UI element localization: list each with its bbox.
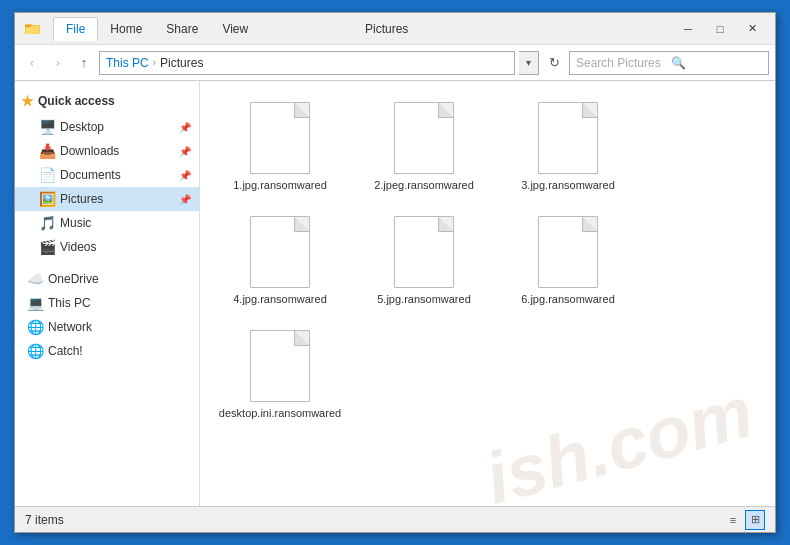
pin-icon-pictures: 📌 <box>179 194 191 205</box>
sidebar-item-videos[interactable]: 🎬 Videos <box>15 235 199 259</box>
minimize-button[interactable]: ─ <box>673 19 703 39</box>
sidebar-label-videos: Videos <box>60 240 96 254</box>
main-area: ★ Quick access 🖥️ Desktop 📌 📥 Downloads … <box>15 81 775 506</box>
file-page <box>394 216 454 288</box>
file-page <box>250 216 310 288</box>
search-icon: 🔍 <box>671 56 762 70</box>
close-button[interactable]: ✕ <box>737 19 767 39</box>
file-name: 6.jpg.ransomwared <box>521 292 615 306</box>
sidebar-label-thispc: This PC <box>48 296 91 310</box>
svg-rect-3 <box>25 25 31 27</box>
status-count: 7 items <box>25 513 723 527</box>
sidebar-item-desktop[interactable]: 🖥️ Desktop 📌 <box>15 115 199 139</box>
list-item[interactable]: 6.jpg.ransomwared <box>498 205 638 315</box>
file-page <box>250 102 310 174</box>
catch-icon: 🌐 <box>27 343 43 359</box>
pin-icon-desktop: 📌 <box>179 122 191 133</box>
file-page <box>250 330 310 402</box>
explorer-window: File Home Share View Pictures ─ □ ✕ ‹ › … <box>14 12 776 533</box>
tab-share[interactable]: Share <box>154 18 210 40</box>
sidebar-item-catch[interactable]: 🌐 Catch! <box>15 339 199 363</box>
back-button[interactable]: ‹ <box>21 52 43 74</box>
sidebar-label-downloads: Downloads <box>60 144 119 158</box>
file-page <box>394 102 454 174</box>
up-button[interactable]: ↑ <box>73 52 95 74</box>
file-name: 3.jpg.ransomwared <box>521 178 615 192</box>
quick-access-header[interactable]: ★ Quick access <box>15 87 199 115</box>
pin-icon-documents: 📌 <box>179 170 191 181</box>
file-icon <box>244 98 316 178</box>
file-name: 2.jpeg.ransomwared <box>374 178 474 192</box>
watermark: ish.com <box>477 370 761 506</box>
downloads-icon: 📥 <box>39 143 55 159</box>
sidebar-item-thispc[interactable]: 💻 This PC <box>15 291 199 315</box>
onedrive-icon: ☁️ <box>27 271 43 287</box>
file-name: 5.jpg.ransomwared <box>377 292 471 306</box>
path-part-thispc: This PC <box>106 56 149 70</box>
status-bar: 7 items ≡ ⊞ <box>15 506 775 532</box>
title-bar: File Home Share View Pictures ─ □ ✕ <box>15 13 775 45</box>
view-list-button[interactable]: ≡ <box>723 510 743 530</box>
file-name: 4.jpg.ransomwared <box>233 292 327 306</box>
star-icon: ★ <box>21 93 34 109</box>
sidebar-label-onedrive: OneDrive <box>48 272 99 286</box>
window-controls: ─ □ ✕ <box>673 19 767 39</box>
file-name: 1.jpg.ransomwared <box>233 178 327 192</box>
music-icon: 🎵 <box>39 215 55 231</box>
path-part-pictures: Pictures <box>160 56 203 70</box>
address-path[interactable]: This PC › Pictures <box>99 51 515 75</box>
title-bar-icon <box>23 19 43 39</box>
view-buttons: ≡ ⊞ <box>723 510 765 530</box>
file-icon <box>244 326 316 406</box>
pin-icon-downloads: 📌 <box>179 146 191 157</box>
sidebar-item-documents[interactable]: 📄 Documents 📌 <box>15 163 199 187</box>
list-item[interactable]: 2.jpeg.ransomwared <box>354 91 494 201</box>
sidebar-item-network[interactable]: 🌐 Network <box>15 315 199 339</box>
address-bar: ‹ › ↑ This PC › Pictures ▾ ↻ Search Pict… <box>15 45 775 81</box>
tab-home[interactable]: Home <box>98 18 154 40</box>
file-page <box>538 216 598 288</box>
tab-view[interactable]: View <box>210 18 260 40</box>
search-placeholder: Search Pictures <box>576 56 667 70</box>
window-title: Pictures <box>365 22 673 36</box>
list-item[interactable]: 4.jpg.ransomwared <box>210 205 350 315</box>
sidebar-label-desktop: Desktop <box>60 120 104 134</box>
file-name: desktop.ini.ransomwared <box>219 406 341 420</box>
list-item[interactable]: desktop.ini.ransomwared <box>210 319 350 429</box>
sidebar-other: ☁️ OneDrive 💻 This PC 🌐 Network 🌐 Catch! <box>15 267 199 363</box>
refresh-button[interactable]: ↻ <box>543 52 565 74</box>
ribbon-tabs: File Home Share View <box>49 17 357 41</box>
file-page <box>538 102 598 174</box>
sidebar-item-downloads[interactable]: 📥 Downloads 📌 <box>15 139 199 163</box>
sidebar-label-catch: Catch! <box>48 344 83 358</box>
svg-rect-2 <box>26 26 39 34</box>
sidebar-item-pictures[interactable]: 🖼️ Pictures 📌 <box>15 187 199 211</box>
list-item[interactable]: 5.jpg.ransomwared <box>354 205 494 315</box>
content-area: ish.com 1.jpg.ransomwared 2.jpeg.ransomw… <box>200 81 775 506</box>
file-icon <box>388 212 460 292</box>
desktop-icon: 🖥️ <box>39 119 55 135</box>
sidebar: ★ Quick access 🖥️ Desktop 📌 📥 Downloads … <box>15 81 200 506</box>
forward-button[interactable]: › <box>47 52 69 74</box>
file-icon <box>532 98 604 178</box>
tab-file[interactable]: File <box>53 17 98 41</box>
list-item[interactable]: 1.jpg.ransomwared <box>210 91 350 201</box>
pictures-icon: 🖼️ <box>39 191 55 207</box>
search-box[interactable]: Search Pictures 🔍 <box>569 51 769 75</box>
file-icon <box>244 212 316 292</box>
thispc-icon: 💻 <box>27 295 43 311</box>
sidebar-label-music: Music <box>60 216 91 230</box>
network-icon: 🌐 <box>27 319 43 335</box>
documents-icon: 📄 <box>39 167 55 183</box>
file-icon <box>532 212 604 292</box>
maximize-button[interactable]: □ <box>705 19 735 39</box>
sidebar-label-documents: Documents <box>60 168 121 182</box>
sidebar-item-music[interactable]: 🎵 Music <box>15 211 199 235</box>
view-large-button[interactable]: ⊞ <box>745 510 765 530</box>
file-icon <box>388 98 460 178</box>
sidebar-label-network: Network <box>48 320 92 334</box>
sidebar-item-onedrive[interactable]: ☁️ OneDrive <box>15 267 199 291</box>
list-item[interactable]: 3.jpg.ransomwared <box>498 91 638 201</box>
videos-icon: 🎬 <box>39 239 55 255</box>
address-dropdown[interactable]: ▾ <box>519 51 539 75</box>
